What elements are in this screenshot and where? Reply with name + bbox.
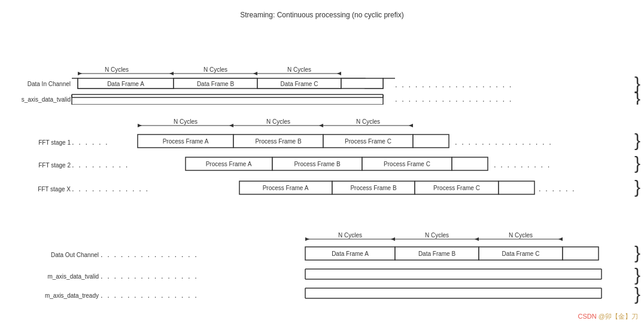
fft2-frameA: Process Frame A bbox=[206, 161, 252, 167]
frame-a-label: Data Frame A bbox=[107, 81, 144, 87]
fft1-label: FFT stage 1 bbox=[38, 139, 71, 146]
svg-rect-48 bbox=[563, 247, 599, 260]
svg-marker-21 bbox=[229, 124, 233, 127]
svg-marker-23 bbox=[319, 124, 323, 127]
section3-svg: N Cycles N Cycles N Cycles Data Out Chan… bbox=[0, 232, 644, 319]
dataout-label: Data Out Channel bbox=[51, 252, 99, 258]
fftX-frameB: Process Frame B bbox=[350, 185, 397, 191]
m-tready-dots: . . . . . . . . . . . . . . . bbox=[101, 291, 198, 300]
fft1-frameA: Process Frame A bbox=[163, 138, 209, 145]
dataout-frameA: Data Frame A bbox=[332, 250, 369, 257]
section2-svg: N Cycles N Cycles N Cycles FFT stage 1 .… bbox=[0, 117, 644, 224]
fft2-frameC: Process Frame C bbox=[384, 161, 430, 167]
curly-m-tready: } bbox=[634, 284, 640, 304]
svg-rect-10 bbox=[341, 78, 383, 88]
fft2-dots-after: . . . . . . . . . bbox=[494, 160, 551, 169]
section1-svg: N Cycles N Cycles N Cycles Data In Chann… bbox=[0, 33, 644, 105]
s2-ncycles-1: N Cycles bbox=[174, 118, 198, 125]
curly-fft2: } bbox=[634, 153, 640, 173]
svg-rect-37 bbox=[499, 181, 534, 194]
svg-marker-40 bbox=[391, 237, 395, 241]
dataout-frameB: Data Frame B bbox=[418, 250, 456, 257]
tvalid-label: s_axis_data_tvalid bbox=[22, 96, 71, 103]
data-in-label: Data In Channel bbox=[28, 81, 71, 87]
fft1-frameC: Process Frame C bbox=[345, 138, 391, 145]
svg-marker-39 bbox=[305, 237, 309, 241]
s2-ncycles-2: N Cycles bbox=[266, 118, 290, 125]
svg-marker-25 bbox=[409, 124, 413, 127]
frame-c-label: Data Frame C bbox=[281, 81, 318, 87]
svg-marker-6 bbox=[337, 72, 341, 75]
fft2-frameB: Process Frame B bbox=[294, 161, 341, 167]
fft1-dots-after: . . . . . . . . . . . . . . . bbox=[455, 137, 552, 146]
ncycles-3-label: N Cycles bbox=[287, 66, 311, 73]
fftX-label: FFT stage X bbox=[38, 186, 71, 192]
dataout-dots-before: . . . . . . . . . . . . . . . bbox=[101, 250, 198, 259]
fftX-frameA: Process Frame A bbox=[263, 185, 309, 191]
diagram: Streaming: Continuous processing (no cyc… bbox=[0, 0, 644, 327]
m-tvalid-label: m_axis_data_tvalid bbox=[47, 273, 99, 280]
fft2-dots-before: . . . . . . . . . bbox=[72, 160, 129, 169]
dataout-frameC: Data Frame C bbox=[502, 250, 540, 257]
m-tvalid-dots: . . . . . . . . . . . . . . . bbox=[101, 271, 198, 280]
page-title: Streaming: Continuous processing (no cyc… bbox=[0, 11, 644, 19]
svg-marker-1 bbox=[78, 72, 82, 75]
ncycles-2-label: N Cycles bbox=[203, 66, 227, 73]
svg-marker-42 bbox=[475, 237, 479, 241]
fft1-frameB: Process Frame B bbox=[255, 138, 302, 145]
svg-marker-20 bbox=[138, 124, 142, 127]
s3-ncycles-1: N Cycles bbox=[338, 232, 362, 239]
watermark: CSDN @卯【金】刀 bbox=[578, 312, 638, 321]
curly-tready: } bbox=[634, 102, 640, 105]
ncycles-1-label: N Cycles bbox=[105, 66, 129, 73]
curly-fftX: } bbox=[634, 177, 640, 197]
fft2-label: FFT stage 2 bbox=[38, 162, 71, 169]
svg-marker-44 bbox=[558, 237, 563, 241]
fft1-dots-before: . . . . . . bbox=[72, 137, 109, 146]
watermark-csdn: CSDN bbox=[578, 313, 597, 320]
m-tready-label: m_axis_data_tready bbox=[45, 292, 99, 299]
s3-ncycles-2: N Cycles bbox=[425, 232, 449, 239]
dots-tvalid: . . . . . . . . . . . . . . . . . . bbox=[395, 94, 512, 103]
frame-b-label: Data Frame B bbox=[197, 81, 235, 87]
fftX-frameC: Process Frame C bbox=[433, 185, 480, 191]
s3-ncycles-3: N Cycles bbox=[509, 232, 533, 239]
svg-rect-33 bbox=[452, 157, 488, 170]
fftX-dots-after: . . . . . . bbox=[539, 184, 576, 193]
curly-dataout: } bbox=[634, 243, 640, 262]
svg-marker-4 bbox=[253, 72, 257, 75]
fftX-dots-before: . . . . . . . . . . . . bbox=[72, 184, 149, 193]
svg-marker-2 bbox=[169, 72, 174, 75]
s2-ncycles-3: N Cycles bbox=[356, 118, 380, 125]
dots-1: . . . . . . . . . . . . . . . . . . bbox=[395, 80, 512, 89]
watermark-at: @卯【金】刀 bbox=[599, 313, 638, 320]
curly-fft1: } bbox=[634, 130, 640, 150]
curly-m-tvalid: } bbox=[634, 265, 640, 285]
svg-rect-29 bbox=[413, 135, 449, 148]
